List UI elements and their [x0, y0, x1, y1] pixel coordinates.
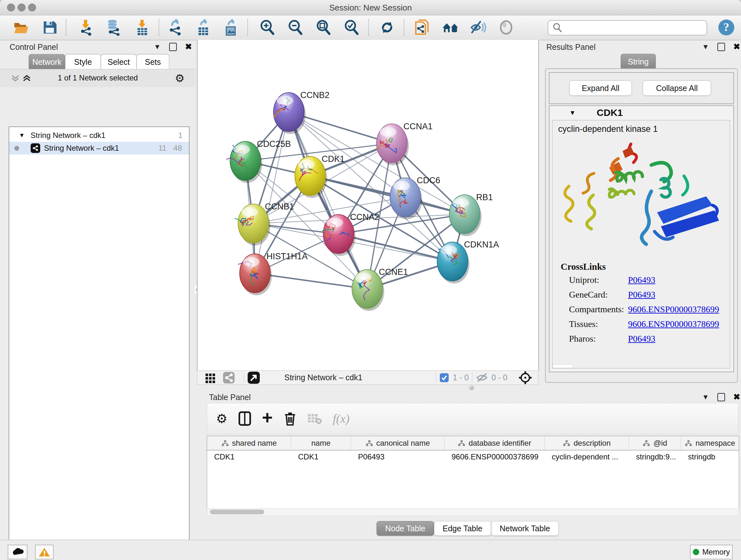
import-database-icon[interactable] [105, 19, 123, 36]
column-header[interactable]: name [291, 436, 351, 450]
horizontal-scrollbar[interactable] [552, 364, 574, 368]
table-tabs: Node Table Edge Table Network Table [377, 521, 559, 536]
graph-node-label: RB1 [476, 192, 493, 202]
pharos-link[interactable]: P06493 [628, 334, 656, 344]
graph-node[interactable]: CCNA1 [377, 122, 433, 165]
network-view[interactable]: CCNB2CCNA1CDC25BCDK1CDC6RB1CCNB1CCNA2CDK… [197, 40, 539, 370]
genecard-link[interactable]: P06493 [628, 290, 656, 300]
table-hscrollbar[interactable] [207, 508, 739, 516]
home-icon[interactable] [442, 19, 460, 36]
hide-selected-icon[interactable] [469, 19, 487, 36]
zoom-in-icon[interactable] [259, 19, 276, 36]
panel-menu-icon[interactable]: ▼ [702, 43, 709, 51]
column-header[interactable]: canonical name [351, 436, 445, 450]
panel-float-icon[interactable] [718, 43, 725, 51]
crosshair-icon[interactable] [518, 371, 532, 385]
column-header[interactable]: @id [629, 436, 681, 450]
graph-node[interactable]: RB1 [449, 192, 493, 236]
tab-style[interactable]: Style [65, 54, 101, 69]
show-columns-icon[interactable] [239, 411, 251, 426]
tree-expander-icon[interactable]: ▼ [19, 132, 25, 139]
network-collection-row[interactable]: ▼ String Network – cdk1 1 [9, 129, 189, 142]
birdseye-view-icon[interactable] [247, 371, 260, 384]
column-header[interactable]: namespace [681, 436, 739, 450]
export-table-icon[interactable] [195, 19, 212, 36]
network-options-gear-icon[interactable]: ⚙ [175, 72, 185, 84]
column-header[interactable]: database identifier [445, 436, 545, 450]
column-type-icon [643, 440, 650, 447]
graph-node[interactable]: CCNB1 [234, 202, 294, 246]
export-network-icon[interactable] [166, 19, 185, 36]
tab-sets[interactable]: Sets [137, 54, 169, 69]
selected-checkbox-icon[interactable] [440, 373, 449, 382]
table-header-row: shared name name canonical name database… [207, 436, 739, 450]
graph-node[interactable]: CCNE1 [352, 267, 408, 311]
tab-network-table[interactable]: Network Table [491, 521, 559, 536]
graph-node-label: CDK1 [322, 154, 345, 164]
network-edge-count: 48 [173, 144, 182, 152]
graph-node[interactable]: CCNB2 [273, 90, 330, 134]
compartments-link[interactable]: 9606.ENSP00000378699 [628, 304, 719, 314]
graph-node[interactable]: CDC25B [226, 139, 291, 183]
graph-node-label: CCNE1 [379, 267, 408, 277]
zoom-selected-icon[interactable] [343, 19, 360, 36]
bottom-splitter-handle[interactable] [469, 385, 474, 390]
cdk1-entry: ▼ CDK1 cyclin-dependent kinase 1 [549, 105, 734, 372]
table-row[interactable]: CDK1 CDK1 P06493 9606.ENSP00000378699 cy… [207, 450, 739, 463]
entry-description: cyclin-dependent kinase 1 [558, 124, 658, 134]
panel-close-icon[interactable]: ✖ [733, 42, 740, 52]
panel-close-icon[interactable]: ✖ [733, 392, 740, 402]
tab-edge-table[interactable]: Edge Table [434, 521, 491, 536]
column-header[interactable]: description [545, 436, 629, 450]
column-header[interactable]: shared name [207, 436, 291, 450]
save-session-icon[interactable] [41, 19, 59, 36]
network-selected-status: 1 of 1 Network selected [0, 73, 196, 82]
tissues-link[interactable]: 9606.ENSP00000378699 [628, 319, 719, 329]
tab-node-table[interactable]: Node Table [377, 521, 434, 536]
panel-float-icon[interactable] [169, 43, 177, 51]
hidden-node-edge-counts: 0 - 0 [491, 373, 508, 382]
table-hscrollbar-thumb[interactable] [210, 509, 264, 514]
column-type-icon [221, 440, 229, 447]
network-graph[interactable]: CCNB2CCNA1CDC25BCDK1CDC6RB1CCNB1CCNA2CDK… [198, 40, 538, 370]
tab-select[interactable]: Select [101, 54, 137, 69]
help-icon[interactable]: ? [718, 19, 735, 36]
warning-icon[interactable] [35, 545, 54, 559]
import-network-icon[interactable] [77, 19, 95, 36]
show-all-icon[interactable] [497, 19, 515, 36]
current-network-dot-icon [14, 146, 19, 151]
cloud-icon[interactable] [8, 545, 27, 559]
zoom-out-icon[interactable] [286, 19, 305, 36]
export-image-icon[interactable] [222, 19, 240, 36]
import-table-icon[interactable] [133, 19, 151, 36]
network-label: String Network – cdk1 [44, 144, 119, 152]
graph-node[interactable]: CDC6 [390, 176, 441, 219]
panel-menu-icon[interactable]: ▼ [702, 393, 709, 401]
network-row[interactable]: String Network – cdk1 11 48 [9, 142, 189, 154]
delete-column-icon[interactable] [284, 411, 296, 426]
table-settings-icon[interactable]: ⚙ [216, 411, 227, 426]
clone-network-icon[interactable] [413, 19, 431, 36]
tab-network[interactable]: Network [29, 54, 65, 69]
panel-float-icon[interactable] [718, 393, 725, 401]
memory-button[interactable]: Memory [690, 545, 733, 559]
panel-close-icon[interactable]: ✖ [185, 42, 192, 52]
add-column-icon[interactable]: + [262, 407, 273, 428]
graph-node[interactable]: HIST1H1A [238, 252, 308, 295]
tab-string[interactable]: String [621, 54, 656, 69]
share-view-icon[interactable] [223, 372, 235, 384]
entry-expander-icon[interactable]: ▼ [569, 109, 576, 117]
uniprot-link[interactable]: P06493 [628, 275, 656, 285]
network-view-title: String Network – cdk1 [284, 373, 362, 382]
collection-count: 1 [179, 131, 183, 140]
collapse-all-button[interactable]: Collapse All [643, 80, 711, 96]
refresh-icon[interactable] [378, 19, 396, 36]
graph-node[interactable]: CDKN1A [437, 240, 499, 284]
open-session-icon[interactable] [12, 19, 30, 36]
panel-menu-icon[interactable]: ▼ [154, 43, 161, 51]
expand-all-button[interactable]: Expand All [569, 80, 632, 96]
graph-node[interactable]: CCNA2 [323, 212, 380, 256]
search-input[interactable] [563, 23, 701, 33]
grid-view-icon[interactable] [205, 372, 216, 383]
zoom-fit-icon[interactable] [315, 19, 333, 36]
